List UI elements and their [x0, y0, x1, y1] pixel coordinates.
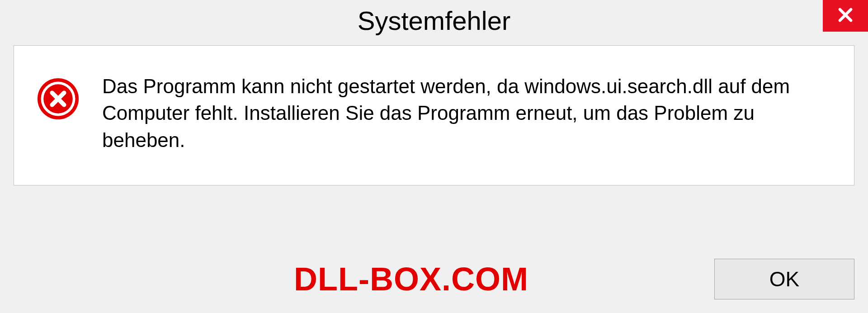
watermark-text: DLL-BOX.COM	[294, 261, 528, 298]
error-icon	[37, 77, 80, 120]
footer: DLL-BOX.COM OK	[14, 259, 854, 299]
error-message: Das Programm kann nicht gestartet werden…	[102, 73, 831, 153]
dialog-title: Systemfehler	[358, 5, 510, 36]
error-dialog: Systemfehler Das Programm kann nicht ges…	[0, 0, 868, 313]
content-area: Das Programm kann nicht gestartet werden…	[14, 45, 854, 185]
close-button[interactable]	[823, 0, 868, 32]
ok-button[interactable]: OK	[714, 259, 854, 299]
titlebar: Systemfehler	[0, 0, 868, 43]
close-icon	[836, 5, 855, 26]
